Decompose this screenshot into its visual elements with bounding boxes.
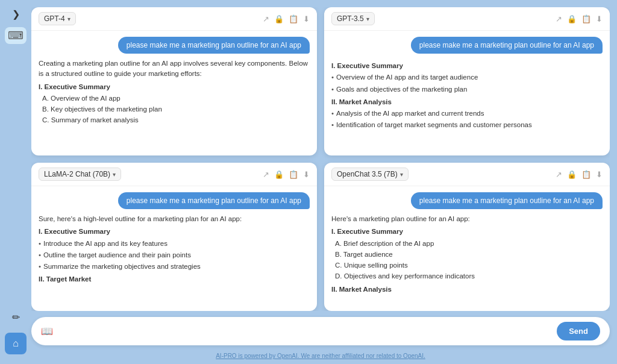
panel-openchat-intro: Here's a marketing plan outline for an A… xyxy=(331,214,603,224)
panel-llama2-copy-icon[interactable]: 📋 xyxy=(289,170,298,179)
panel-gpt35-share-icon[interactable]: ↗ xyxy=(556,14,562,24)
panel-gpt35-copy-icon[interactable]: 📋 xyxy=(581,14,591,24)
chat-input[interactable] xyxy=(59,327,551,336)
panel-gpt35-section-0-item-1: Goals and objectives of the marketing pl… xyxy=(331,84,603,95)
panel-gpt35-lock-icon[interactable]: 🔒 xyxy=(567,14,577,24)
panel-llama2-chevron-icon: ▾ xyxy=(113,171,116,178)
panel-gpt4-section-0-item-2: C. Summary of market analysis xyxy=(42,115,310,125)
panel-openchat-model-selector[interactable]: OpenChat 3.5 (7B)▾ xyxy=(331,168,409,181)
panel-gpt35-download-icon[interactable]: ⬇ xyxy=(596,14,603,24)
panel-openchat-section-1-title: II. Market Analysis xyxy=(331,284,603,295)
panel-openchat-user-message: please make me a marketing plan outline … xyxy=(411,192,603,209)
panel-gpt4-model-selector[interactable]: GPT-4▾ xyxy=(39,12,76,25)
edit-button[interactable]: ✏ xyxy=(5,306,27,328)
panel-gpt35-section-1-item-0: Analysis of the AI app market and curren… xyxy=(331,108,603,119)
panel-gpt4-chevron-icon: ▾ xyxy=(67,16,70,22)
panel-llama2-ai-response: Sure, here's a high-level outline for a … xyxy=(39,214,310,286)
panel-llama2-user-message: please make me a marketing plan outline … xyxy=(118,192,310,209)
footer-text[interactable]: AI-PRO is powered by OpenAI. We are neit… xyxy=(31,350,610,364)
panel-openchat-ai-response: Here's a marketing plan outline for an A… xyxy=(331,214,603,296)
panel-gpt4-user-message: please make me a marketing plan outline … xyxy=(118,37,310,54)
panel-llama2-lock-icon[interactable]: 🔒 xyxy=(274,170,284,179)
panel-llama2: LLaMA-2 Chat (70B)▾↗🔒📋⬇please make me a … xyxy=(31,163,317,311)
panel-gpt35: GPT-3.5▾↗🔒📋⬇please make me a marketing p… xyxy=(324,7,610,155)
panel-openchat-chevron-icon: ▾ xyxy=(400,171,403,178)
panel-openchat-actions: ↗🔒📋⬇ xyxy=(556,170,603,179)
panel-gpt35-chevron-icon: ▾ xyxy=(366,16,369,22)
panel-gpt4-section-0-title: I. Executive Summary xyxy=(39,82,310,92)
panel-gpt4-ai-response: Creating a marketing plan outline for an… xyxy=(39,58,310,127)
panel-gpt4-body: please make me a marketing plan outline … xyxy=(31,31,317,155)
panel-llama2-body: please make me a marketing plan outline … xyxy=(31,186,317,311)
panel-openchat-copy-icon[interactable]: 📋 xyxy=(581,170,591,179)
chat-grid: GPT-4▾↗🔒📋⬇please make me a marketing pla… xyxy=(31,7,610,311)
sidebar: ❯ ⌨ ✏ ⌂ xyxy=(0,0,31,364)
panel-gpt35-section-0-item-0: Overview of the AI app and its target au… xyxy=(331,72,603,83)
panel-gpt35-ai-response: I. Executive SummaryOverview of the AI a… xyxy=(331,58,603,132)
panel-llama2-section-0-title: I. Executive Summary xyxy=(39,227,310,237)
panel-llama2-section-1-title: II. Target Market xyxy=(39,274,310,284)
panel-gpt4-actions: ↗🔒📋⬇ xyxy=(263,14,310,24)
sidebar-toggle[interactable]: ❯ xyxy=(10,6,22,22)
panel-gpt4-section-0-item-0: A. Overview of the AI app xyxy=(42,93,310,104)
panel-gpt4-share-icon[interactable]: ↗ xyxy=(263,14,269,24)
panel-openchat: OpenChat 3.5 (7B)▾↗🔒📋⬇please make me a m… xyxy=(324,163,610,311)
panel-llama2-actions: ↗🔒📋⬇ xyxy=(263,170,310,179)
panel-openchat-section-0-item-0: A. Brief description of the AI app xyxy=(335,239,603,249)
panel-gpt35-section-1-title: II. Market Analysis xyxy=(331,97,603,107)
panel-gpt35-section-1-item-1: Identification of target market segments… xyxy=(331,120,603,130)
panel-gpt35-model-selector[interactable]: GPT-3.5▾ xyxy=(331,12,375,25)
panel-llama2-model-label: LLaMA-2 Chat (70B) xyxy=(44,170,110,178)
panel-llama2-section-0-item-0: Introduce the AI app and its key feature… xyxy=(39,239,310,249)
input-area: 📖 Send xyxy=(31,311,610,350)
panel-openchat-section-0-item-3: D. Objectives and key performance indica… xyxy=(335,271,603,281)
panel-llama2-share-icon[interactable]: ↗ xyxy=(263,170,269,179)
panel-llama2-section-0-item-2: Summarize the marketing objectives and s… xyxy=(39,262,310,272)
panel-openchat-section-0-item-2: C. Unique selling points xyxy=(335,260,603,271)
keyboard-icon: ⌨ xyxy=(5,27,27,44)
panel-gpt4-lock-icon[interactable]: 🔒 xyxy=(274,14,284,24)
send-button[interactable]: Send xyxy=(557,322,600,340)
panel-openchat-section-0-title: I. Executive Summary xyxy=(331,227,603,237)
sidebar-bottom: ✏ ⌂ xyxy=(5,306,27,364)
panel-llama2-model-selector[interactable]: LLaMA-2 Chat (70B)▾ xyxy=(39,168,121,181)
book-icon: 📖 xyxy=(41,325,53,337)
panel-openchat-section-0-item-1: B. Target audience xyxy=(335,249,603,260)
panel-gpt4-copy-icon[interactable]: 📋 xyxy=(289,14,298,24)
home-button[interactable]: ⌂ xyxy=(5,333,27,354)
panel-openchat-header: OpenChat 3.5 (7B)▾↗🔒📋⬇ xyxy=(324,163,610,186)
panel-openchat-model-label: OpenChat 3.5 (7B) xyxy=(337,170,398,178)
panel-gpt4-header: GPT-4▾↗🔒📋⬇ xyxy=(31,7,317,31)
input-bar: 📖 Send xyxy=(31,317,610,345)
panel-gpt4: GPT-4▾↗🔒📋⬇please make me a marketing pla… xyxy=(31,7,317,155)
panel-gpt4-model-label: GPT-4 xyxy=(44,14,65,23)
panel-gpt4-download-icon[interactable]: ⬇ xyxy=(303,14,310,24)
panel-gpt35-model-label: GPT-3.5 xyxy=(337,14,364,23)
panel-gpt35-section-0-title: I. Executive Summary xyxy=(331,61,603,71)
panel-openchat-body: please make me a marketing plan outline … xyxy=(324,186,610,311)
panel-llama2-header: LLaMA-2 Chat (70B)▾↗🔒📋⬇ xyxy=(31,163,317,186)
panel-llama2-intro: Sure, here's a high-level outline for a … xyxy=(39,214,310,224)
main-content: GPT-4▾↗🔒📋⬇please make me a marketing pla… xyxy=(31,0,617,364)
panel-llama2-download-icon[interactable]: ⬇ xyxy=(303,170,310,179)
panel-gpt35-actions: ↗🔒📋⬇ xyxy=(556,14,603,24)
panel-gpt35-body: please make me a marketing plan outline … xyxy=(324,31,610,155)
panel-gpt4-section-0-item-1: B. Key objectives of the marketing plan xyxy=(42,104,310,115)
panel-openchat-lock-icon[interactable]: 🔒 xyxy=(567,170,577,179)
panel-gpt35-header: GPT-3.5▾↗🔒📋⬇ xyxy=(324,7,610,31)
panel-openchat-share-icon[interactable]: ↗ xyxy=(556,170,562,179)
panel-gpt4-intro: Creating a marketing plan outline for an… xyxy=(39,58,310,80)
panel-gpt35-user-message: please make me a marketing plan outline … xyxy=(411,37,603,54)
panel-openchat-download-icon[interactable]: ⬇ xyxy=(596,170,603,179)
panel-llama2-section-0-item-1: Outline the target audience and their pa… xyxy=(39,250,310,260)
